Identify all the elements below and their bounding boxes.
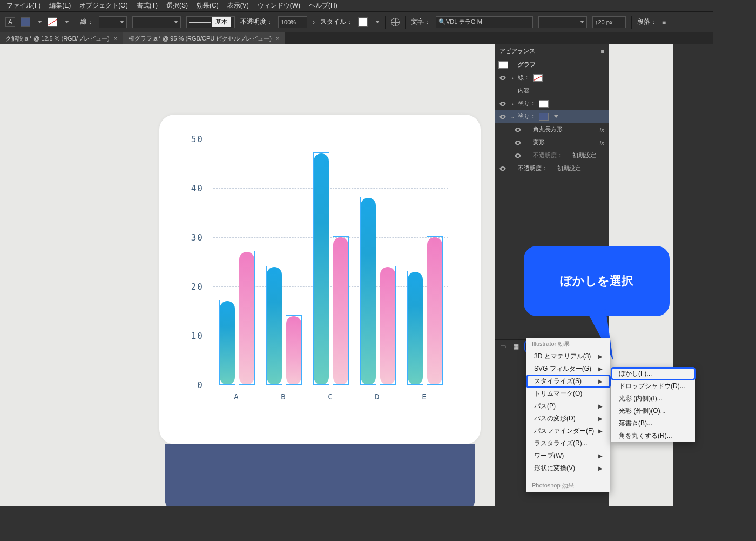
menu-item[interactable]: パスの変形(D)▶	[526, 412, 610, 425]
menu-item[interactable]: SVG フィルター(G)▶	[526, 363, 610, 375]
basic-brush-label: 基本	[212, 17, 231, 27]
bar[interactable]	[427, 237, 442, 385]
appearance-row[interactable]: ›塗り：	[495, 97, 609, 110]
bar[interactable]	[220, 301, 235, 385]
menu-item[interactable]: ラスタライズ(R)...	[526, 437, 610, 450]
visibility-icon[interactable]	[514, 138, 522, 147]
appearance-row[interactable]: ›線：	[495, 71, 609, 84]
row-label: 線：	[518, 74, 530, 82]
bar[interactable]	[361, 198, 376, 385]
menu-item[interactable]: 3D とマテリアル(3)▶	[526, 350, 610, 363]
menu-file[interactable]: ファイル(F)	[2, 1, 45, 10]
bar[interactable]	[314, 153, 329, 385]
gridline	[213, 188, 448, 189]
menu-item[interactable]: ドロップシャドウ(D)...	[611, 380, 695, 392]
stroke-profile-select[interactable]	[132, 16, 181, 28]
y-tick-label: 0	[197, 380, 204, 390]
visibility-icon[interactable]	[498, 112, 507, 121]
fx-indicator-icon[interactable]: fx	[599, 126, 604, 133]
stroke-weight-select[interactable]	[99, 16, 127, 28]
font-style-select[interactable]: -	[538, 16, 587, 28]
stylize-submenu: ぼかし(F)...ドロップシャドウ(D)...光彩 (内側)(I)...光彩 (…	[611, 368, 695, 442]
visibility-icon[interactable]	[498, 164, 507, 173]
text-color-icon[interactable]: A	[5, 17, 15, 27]
doc-tab-2[interactable]: 棒グラフ.ai* @ 95 % (RGB/CPU ピクセルプレビュー)×	[123, 32, 285, 44]
doc-tab-1[interactable]: ク解説.ai* @ 12.5 % (RGB/プレビュー)×	[0, 32, 123, 44]
menu-type[interactable]: 書式(T)	[132, 1, 162, 10]
menu-edit[interactable]: 編集(E)	[45, 1, 75, 10]
visibility-icon[interactable]	[514, 151, 522, 160]
bar[interactable]	[408, 272, 423, 385]
brush-select[interactable]: 基本	[186, 16, 235, 28]
no-sel-icon[interactable]: ▭	[498, 342, 507, 351]
menu-item[interactable]: 角を丸くする(R)...	[611, 430, 695, 442]
stroke-swatch-none[interactable]	[48, 17, 57, 27]
panel-menu-icon[interactable]: ≡	[601, 48, 604, 55]
disclosure-icon[interactable]: ›	[510, 75, 515, 81]
menu-item[interactable]: 形状に変換(V)▶	[526, 462, 610, 475]
y-tick-label: 10	[191, 331, 204, 341]
menu-effect[interactable]: 効果(C)	[192, 1, 223, 10]
menu-help[interactable]: ヘルプ(H)	[305, 1, 342, 10]
opacity-input[interactable]: 100%	[278, 16, 307, 28]
fill-swatch[interactable]	[539, 113, 549, 121]
x-tick-label: B	[281, 392, 286, 401]
bar[interactable]	[380, 267, 395, 385]
fill-swatch[interactable]	[539, 100, 549, 108]
document-tabs: ク解説.ai* @ 12.5 % (RGB/プレビュー)× 棒グラフ.ai* @…	[0, 32, 713, 44]
appearance-row[interactable]: 変形 fx	[495, 136, 609, 149]
menu-item[interactable]: ぼかし(F)...	[611, 368, 695, 380]
style-swatch[interactable]	[358, 17, 368, 27]
row-label: 不透明度：	[518, 164, 548, 172]
visibility-icon[interactable]	[498, 99, 507, 108]
x-tick-label: E	[422, 392, 427, 401]
disclosure-icon[interactable]: ⌄	[510, 113, 515, 120]
appearance-row[interactable]: ⌄塗り：	[495, 110, 609, 123]
layer-icon[interactable]: ▦	[511, 342, 520, 351]
bar[interactable]	[267, 267, 282, 385]
char-label: 文字：	[411, 17, 430, 26]
appearance-row[interactable]: 内容	[495, 84, 609, 97]
bar[interactable]	[333, 237, 348, 385]
menu-item[interactable]: パスファインダー(F)▶	[526, 425, 610, 437]
bar[interactable]	[286, 316, 301, 385]
menu-item[interactable]: ワープ(W)▶	[526, 450, 610, 462]
menu-item[interactable]: スタイライズ(S)▶	[526, 375, 610, 388]
row-label: 角丸長方形	[533, 125, 563, 133]
menu-item[interactable]: パス(P)▶	[526, 400, 610, 412]
menu-object[interactable]: オブジェクト(O)	[75, 1, 132, 10]
visibility-icon[interactable]	[514, 125, 522, 134]
menu-item[interactable]: 光彩 (内側)(I)...	[611, 392, 695, 405]
callout-text: ぼかしを選択	[560, 273, 633, 289]
gridline	[213, 237, 448, 238]
disclosure-icon[interactable]: ›	[510, 101, 515, 107]
close-icon[interactable]: ×	[276, 35, 279, 42]
menu-view[interactable]: 表示(V)	[223, 1, 253, 10]
fx-menu-footer: Photoshop 効果	[526, 479, 610, 492]
menu-select[interactable]: 選択(S)	[162, 1, 192, 10]
canvas[interactable]: 01020304050ABCDE	[0, 44, 495, 506]
appearance-row[interactable]: 不透明度：初期設定	[495, 162, 609, 175]
fill-swatch[interactable]	[21, 17, 30, 27]
y-tick-label: 30	[191, 232, 204, 243]
menu-item[interactable]: 落書き(B)...	[611, 417, 695, 430]
appearance-row[interactable]: 不透明度：初期設定	[495, 149, 609, 162]
paragraph-label: 段落：	[637, 17, 657, 26]
visibility-icon[interactable]	[498, 74, 507, 82]
menu-window[interactable]: ウィンドウ(W)	[253, 1, 305, 10]
align-left-icon[interactable]: ≡	[662, 18, 666, 26]
font-family-select[interactable]: 🔍 VDL テラG M	[436, 16, 533, 28]
close-icon[interactable]: ×	[114, 35, 117, 42]
fx-menu-header: Illustrator 効果	[526, 338, 610, 350]
appearance-row[interactable]: 角丸長方形 fx	[495, 123, 609, 136]
menu-item[interactable]: 光彩 (外側)(O)...	[611, 405, 695, 417]
row-label: 変形	[533, 138, 545, 146]
stroke-label: 線：	[80, 17, 93, 26]
font-size-input[interactable]: ↕ 20 px	[592, 16, 626, 28]
globe-icon[interactable]	[391, 18, 400, 26]
bar[interactable]	[239, 252, 254, 385]
fx-indicator-icon[interactable]: fx	[599, 139, 604, 146]
menu-item[interactable]: トリムマーク(O)	[526, 388, 610, 400]
none-swatch[interactable]	[533, 74, 543, 82]
opacity-label: 不透明度：	[240, 17, 273, 26]
